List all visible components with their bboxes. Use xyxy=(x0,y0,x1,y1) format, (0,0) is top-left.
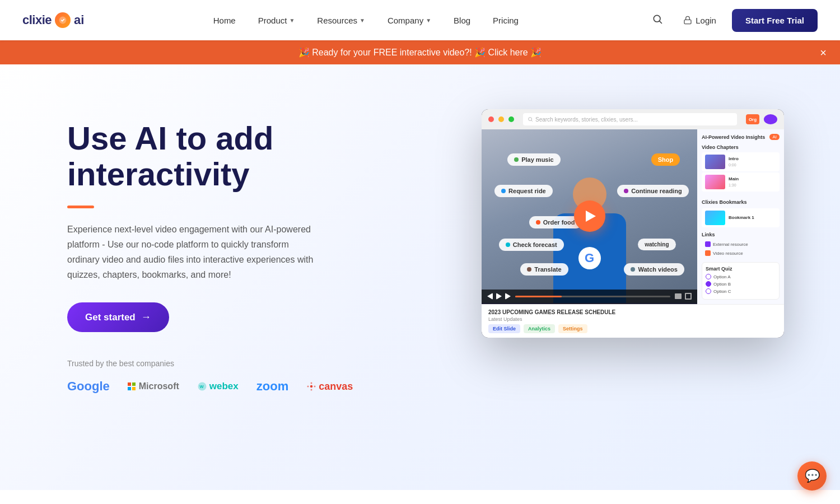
google-shirt-logo: G xyxy=(578,247,601,269)
progress-fill xyxy=(515,296,562,297)
microsoft-grid-icon xyxy=(128,382,136,390)
bookmark-thumb-1 xyxy=(705,211,725,225)
quiz-option-text-2: Option B xyxy=(713,282,731,287)
video-area: G Play music Shop xyxy=(482,129,697,303)
progress-bar[interactable] xyxy=(515,296,670,297)
mockup-searchbar: Search keywords, stories, clixies, users… xyxy=(523,113,737,125)
nav-actions: Login Start Free Trial xyxy=(647,9,818,32)
webex-logo: W webex xyxy=(197,381,239,392)
links-title: Links xyxy=(702,232,780,237)
next-icon[interactable] xyxy=(505,293,511,300)
caption-title: 2023 UPCOMING GAMES RELEASE SCHEDULE xyxy=(488,309,777,315)
close-dot-icon xyxy=(488,116,494,122)
quiz-radio-2 xyxy=(706,281,711,287)
svg-point-7 xyxy=(307,386,309,388)
svg-rect-3 xyxy=(684,20,691,24)
nav-company[interactable]: Company ▼ xyxy=(379,11,440,30)
chapters-title: Video Chapters xyxy=(702,144,739,150)
search-icon[interactable] xyxy=(647,9,668,31)
ai-badge: AI xyxy=(769,134,780,140)
start-free-trial-button[interactable]: Start Free Trial xyxy=(732,9,818,32)
chapters-header: Video Chapters xyxy=(702,144,780,150)
quiz-title: Smart Quiz xyxy=(706,266,776,272)
play-icon[interactable] xyxy=(496,293,502,300)
video-mockup: Search keywords, stories, clixies, users… xyxy=(482,109,784,338)
link-item-1[interactable]: External resource xyxy=(702,240,780,249)
nav-pricing[interactable]: Pricing xyxy=(484,11,528,30)
chapter-item-2[interactable]: Main1:30 xyxy=(702,172,780,192)
hero-description: Experience next-level video engagement w… xyxy=(67,222,314,283)
company-chevron-icon: ▼ xyxy=(426,17,431,24)
volume-icon[interactable] xyxy=(675,293,682,299)
get-started-button[interactable]: Get started → xyxy=(67,302,169,332)
banner-text: 🎉 Ready for your FREE interactive video?… xyxy=(298,47,542,58)
mockup-nav-icons: Org xyxy=(746,114,777,124)
link-item-2[interactable]: Video resource xyxy=(702,249,780,258)
trusted-section: Trusted by the best companies Google Mic… xyxy=(67,359,353,394)
analysis-tag-button[interactable]: Analytics xyxy=(524,324,555,333)
chapter-text-2: Main1:30 xyxy=(729,176,739,187)
navbar: clixie ai Home Product ▼ Resources ▼ Com… xyxy=(0,0,840,40)
video-mockup-container: Search keywords, stories, clixies, users… xyxy=(482,109,795,338)
product-chevron-icon: ▼ xyxy=(289,17,295,24)
link-text-1: External resource xyxy=(713,242,748,247)
svg-text:W: W xyxy=(199,384,204,389)
ai-insights-section: AI-Powered Video Insights AI xyxy=(702,134,780,140)
edit-tag-button[interactable]: Edit Slide xyxy=(488,324,520,333)
chapters-section: Video Chapters Intro0:00 Main1:30 xyxy=(702,144,780,192)
ai-insights-title: AI-Powered Video Insights xyxy=(702,134,765,140)
bookmarks-title: Clixies Bookmarks xyxy=(702,199,747,205)
nav-product[interactable]: Product ▼ xyxy=(249,11,304,30)
user-avatar-icon xyxy=(764,114,777,124)
bookmark-item-1[interactable]: Bookmark 1 xyxy=(702,208,780,227)
playback-controls xyxy=(487,293,511,300)
logo[interactable]: clixie ai xyxy=(22,12,84,28)
hero-divider xyxy=(67,206,94,208)
fullscreen-icon[interactable] xyxy=(685,293,692,300)
quiz-option-text-1: Option A xyxy=(713,274,731,279)
promo-banner[interactable]: 🎉 Ready for your FREE interactive video?… xyxy=(0,40,840,64)
arrow-icon: → xyxy=(141,311,151,323)
video-controls xyxy=(482,290,697,303)
svg-point-6 xyxy=(310,385,313,388)
quiz-radio-3 xyxy=(706,288,711,294)
quiz-option-1[interactable]: Option A xyxy=(706,274,776,279)
canvas-logo: canvas xyxy=(306,381,353,393)
play-arrow-icon xyxy=(586,211,596,222)
link-icon-2 xyxy=(705,250,711,256)
quiz-option-2[interactable]: Option B xyxy=(706,281,776,287)
nav-resources[interactable]: Resources ▼ xyxy=(308,11,374,30)
chat-bubble-button[interactable]: 💬 xyxy=(797,461,827,490)
maximize-dot-icon xyxy=(508,116,514,122)
logo-ai-text: ai xyxy=(74,13,84,27)
video-caption: 2023 UPCOMING GAMES RELEASE SCHEDULE Lat… xyxy=(482,304,784,338)
zoom-logo: zoom xyxy=(256,379,288,394)
nav-links: Home Product ▼ Resources ▼ Company ▼ Blo… xyxy=(204,11,528,30)
banner-close-button[interactable]: × xyxy=(820,47,827,58)
links-section: Links External resource Video resource xyxy=(702,232,780,258)
nav-blog[interactable]: Blog xyxy=(445,11,479,30)
mockup-content: G Play music Shop xyxy=(482,129,784,304)
chat-icon: 💬 xyxy=(805,469,820,483)
svg-point-10 xyxy=(311,389,312,391)
chapter-item-1[interactable]: Intro0:00 xyxy=(702,152,780,171)
right-controls xyxy=(675,293,692,300)
microsoft-logo: Microsoft xyxy=(128,381,179,391)
bookmarks-section: Clixies Bookmarks Bookmark 1 xyxy=(702,196,780,227)
trusted-label: Trusted by the best companies xyxy=(67,359,353,368)
link-text-2: Video resource xyxy=(713,251,743,256)
link-icon-1 xyxy=(705,241,711,247)
hero-section: Use AI to add interactivity Experience n… xyxy=(0,64,840,490)
hero-heading: Use AI to add interactivity xyxy=(67,120,353,192)
login-button[interactable]: Login xyxy=(676,11,723,30)
logo-icon xyxy=(55,12,71,28)
prev-icon[interactable] xyxy=(487,293,493,300)
quiz-option-3[interactable]: Option C xyxy=(706,288,776,294)
svg-point-9 xyxy=(311,382,312,384)
caption-subtitle: Latest Updates xyxy=(488,316,777,322)
chapter-thumb-1 xyxy=(705,155,725,169)
settings-tag-button[interactable]: Settings xyxy=(558,324,587,333)
play-button[interactable] xyxy=(574,200,605,232)
org-icon: Org xyxy=(746,114,759,124)
nav-home[interactable]: Home xyxy=(204,11,245,30)
